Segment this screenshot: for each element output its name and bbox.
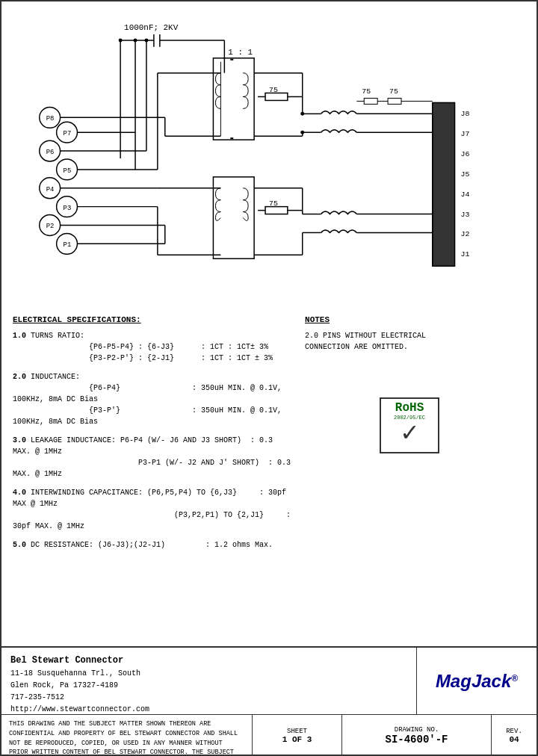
p1-label: P1 [64,241,72,249]
j4-label: J4 [461,190,470,199]
svg-point-72 [119,38,123,42]
j5-label: J5 [461,170,470,179]
svg-rect-45 [364,98,377,104]
svg-rect-42 [265,207,288,214]
p8-label: P8 [46,115,55,123]
company-name: Bel Stewart Connector [10,654,407,668]
company-city: Glen Rock, Pa 17327-4189 [10,680,407,692]
spec-item-1: 1.0 TURNS RATIO: {P6-P5-P4} : {6-J3} : 1… [13,330,294,364]
j6-label: J6 [461,150,470,158]
spec-item-2: 2.0 INDUCTANCE: {P6-P4} : 350uH MIN. @ 0… [13,371,294,427]
p7-label: P7 [64,130,72,137]
svg-point-70 [300,112,304,116]
footer-company: Bel Stewart Connector 11-18 Susquehanna … [1,648,417,714]
spec-item-5: 5.0 DC RESISTANCE: (J6-J3);(J2-J1) : 1.2… [13,539,294,551]
spec-item-4: 4.0 INTERWINDING CAPACITANCE: (P6,P5,P4)… [13,487,294,532]
r-top-left: 75 [362,87,371,96]
svg-point-73 [134,38,137,42]
j7-label: J7 [461,130,470,138]
footer-top: Bel Stewart Connector 11-18 Susquehanna … [1,648,537,715]
rev-label: REV. [506,728,522,735]
p2-label: P2 [46,223,55,230]
svg-rect-19 [433,102,455,266]
p4-label: P4 [46,186,55,193]
j8-label: J8 [461,110,470,118]
company-website: http://www.stewartconnector.com [10,704,407,716]
p3-label: P3 [64,205,72,212]
rohs-checkmark: ✓ [401,421,418,447]
company-phone: 717-235-7512 [10,692,407,704]
notes-content: 2.0 PINS WITHOUT ELECTRICAL CONNECTION A… [305,330,525,353]
j2-label: J2 [461,230,470,238]
rohs-section: RoHS 2002/95/EC ✓ [380,397,525,453]
transformer-ratio: 1 : 1 [228,48,253,57]
specs-title: ELECTRICAL SPECIFICATIONS: [13,315,294,324]
sheet-value: 1 OF 3 [282,735,312,744]
p6-label: P6 [46,149,55,156]
rev-value: 04 [509,735,519,744]
footer-disclaimer: THIS DRAWING AND THE SUBJECT MATTER SHOW… [1,715,253,756]
svg-rect-4 [213,58,254,140]
svg-point-74 [144,38,148,42]
svg-rect-47 [388,98,401,104]
footer-bottom: THIS DRAWING AND THE SUBJECT MATTER SHOW… [1,715,537,756]
company-address: 11-18 Susquehanna Trl., South [10,668,407,680]
main-content: 1000nF; 2KV 1 : 1 [1,1,537,755]
capacitor-label: 1000nF; 2KV [124,23,179,32]
footer: Bel Stewart Connector 11-18 Susquehanna … [1,646,537,755]
magjack-logo: MagJack® [436,671,518,692]
specs-area: ELECTRICAL SPECIFICATIONS: 1.0 TURNS RAT… [13,315,525,642]
specs-right: NOTES 2.0 PINS WITHOUT ELECTRICAL CONNEC… [305,315,525,453]
page: 1000nF; 2KV 1 : 1 [0,0,538,756]
svg-rect-9 [265,93,288,101]
rohs-badge: RoHS 2002/95/EC ✓ [380,397,439,453]
notes-title: NOTES [305,315,525,324]
rohs-text: RoHS [395,401,424,415]
r-top-right: 75 [389,87,398,96]
p5-label: P5 [64,167,72,175]
drawing-label: DRAWING NO. [395,726,439,734]
spec-item-3: 3.0 LEAKAGE INDUCTANCE: P6-P4 (W/- J6 AN… [13,435,294,480]
svg-point-71 [300,131,304,134]
footer-logo-area: MagJack® [417,648,537,714]
j3-label: J3 [461,211,470,219]
drawing-value: SI-4600'-F [385,734,448,746]
footer-sheet: SHEET 1 OF 3 [253,715,342,756]
sheet-label: SHEET [287,728,307,735]
specs-left: ELECTRICAL SPECIFICATIONS: 1.0 TURNS RAT… [13,315,294,558]
footer-drawing: DRAWING NO. SI-4600'-F [342,715,492,756]
schematic-area: 1000nF; 2KV 1 : 1 [9,9,529,308]
footer-rev: REV. 04 [492,715,537,756]
j1-label: J1 [461,250,470,258]
